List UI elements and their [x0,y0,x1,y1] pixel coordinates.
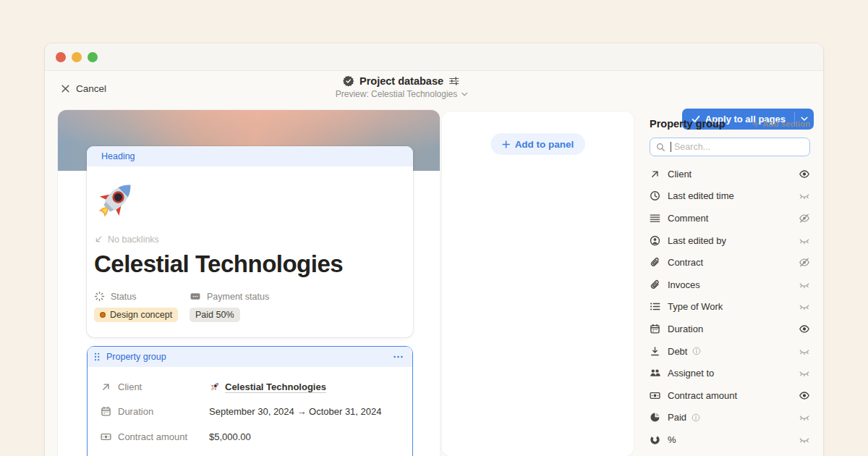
row-value[interactable]: September 30, 2024 → October 31, 2024 [209,406,382,417]
arrow-up-right-icon [650,169,660,180]
sidebar-item-contract[interactable]: Contract [650,251,810,274]
row-label: Contract amount [118,431,187,442]
drag-handle-icon[interactable] [93,352,101,362]
text-cursor [671,142,671,152]
heading-section-label: Heading [101,151,135,161]
close-traffic-light-icon[interactable] [56,52,66,62]
paperclip-icon [650,257,660,268]
page-property-status[interactable]: Status Design concept [94,291,190,322]
layout-settings-icon[interactable] [448,75,460,87]
sidebar-item-assignet-to[interactable]: Assignet to [650,362,810,384]
eye-closed-icon[interactable] [799,235,810,246]
sidebar-item-label: Invoces [668,279,700,290]
eye-closed-icon[interactable] [799,346,810,357]
eye-closed-icon[interactable] [799,190,810,201]
add-to-panel-button[interactable]: Add to panel [490,133,586,155]
status-dot-icon [100,312,106,318]
eye-icon[interactable] [799,390,810,401]
eye-icon[interactable] [799,324,810,334]
sidebar-item-type-of-work[interactable]: Type of Work [650,296,810,318]
add-section-label: Add section [762,119,810,128]
arrow-down-left-icon [94,235,103,244]
rocket-page-icon[interactable] [93,177,139,223]
sidebar-item-contract-amount[interactable]: Contract amount [650,384,810,407]
close-icon [61,84,70,93]
window-titlebar [45,43,823,71]
backlinks-indicator[interactable]: No backlinks [94,235,406,245]
rocket-icon [209,381,221,392]
sidebar-item-label: % [668,434,676,445]
sidebar-item-debt[interactable]: Debt [650,340,810,363]
sidebar-item-label: Last edited time [668,190,734,201]
sidebar-item-label: Last edited by [668,235,726,246]
page-title: Celestial Technologies [94,250,406,278]
page-properties: Status Design conceptPayment status Paid… [94,291,406,322]
group-row-contract[interactable]: Contract Empty [88,449,412,456]
plus-icon [502,140,510,148]
sidebar-item-paid[interactable]: Paid [650,407,810,429]
minimize-traffic-light-icon[interactable] [72,52,82,62]
search-input[interactable]: Search... [650,138,810,156]
heading-section[interactable]: Heading No backlinks Celestial Technolog… [87,146,413,337]
person-circle-icon [650,235,660,246]
search-placeholder: Search... [674,142,710,152]
zoom-traffic-light-icon[interactable] [88,52,98,62]
sidebar-item-label: Paid [668,412,686,423]
sidebar-item-duration[interactable]: Duration [650,318,810,340]
sidebar-item-invoces[interactable]: Invoces [650,274,810,296]
eye-closed-icon[interactable] [799,301,810,312]
property-value-badge[interactable]: Paid 50% [190,308,240,322]
sidebar-item-label: Assignet to [668,368,714,379]
row-label: Client [118,381,142,392]
row-value-text: Celestial Technologies [225,381,326,392]
eye-icon[interactable] [799,169,810,180]
bulleted-list-icon [650,301,660,312]
database-title: Project database [359,75,443,87]
eye-closed-icon[interactable] [799,368,810,379]
sidebar-item-label: Duration [668,324,703,334]
property-group-section[interactable]: Property group Client Celestial Technolo… [87,346,413,456]
group-row-contract-amount[interactable]: Contract amount $5,000.00 [88,424,412,449]
badge-label: Design concept [110,310,172,320]
sidebar-item-last-edited-time[interactable]: Last edited time [650,185,810,208]
backlinks-label: No backlinks [108,235,159,245]
add-section-button[interactable]: Add section [752,119,810,128]
sidebar-item-comment[interactable]: Comment [650,207,810,229]
calendar-icon [101,406,111,417]
info-icon[interactable] [692,413,700,422]
group-row-client[interactable]: Client Celestial Technologies [88,374,412,400]
people-icon [650,368,660,379]
sidebar-item-label: Client [668,169,692,180]
plus-icon [752,120,760,127]
eye-closed-icon[interactable] [799,279,810,290]
row-value[interactable]: $5,000.00 [209,431,251,442]
eye-closed-icon[interactable] [799,434,810,445]
cancel-button[interactable]: Cancel [61,83,106,94]
sidebar-item-client[interactable]: Client [650,163,810,185]
property-group-label: Property group [106,352,166,362]
preview-selector[interactable]: Preview: Celestial Technologies [336,89,468,99]
eye-crossed-icon[interactable] [799,213,810,224]
sidebar-item-last-edited-by[interactable]: Last edited by [650,229,810,252]
arrow-up-right-icon [101,381,111,392]
more-options-icon[interactable] [393,352,404,362]
page-property-payment-status[interactable]: Payment status Paid 50% [190,291,269,322]
clock-icon [650,190,660,201]
database-title-block: Project database Preview: Celestial Tech… [336,75,468,99]
eye-closed-icon[interactable] [799,412,810,423]
verified-badge-icon [343,75,354,87]
sidebar-item-%[interactable]: % [650,428,810,451]
property-value-badge[interactable]: Design concept [94,308,178,322]
eye-crossed-icon[interactable] [799,257,810,268]
sidebar-item-label: Debt [668,346,687,357]
row-value[interactable]: Celestial Technologies [209,381,326,392]
banknote-icon [650,390,660,401]
group-row-duration[interactable]: Duration September 30, 2024 → October 31… [88,400,412,425]
properties-sidebar: Property group Add section Search... Cli… [650,118,810,451]
calendar-icon [650,324,660,334]
editor-header: Cancel Project database Preview: Celesti… [45,71,823,110]
cancel-label: Cancel [76,83,106,94]
burst-icon [94,291,105,302]
info-icon[interactable] [692,347,701,355]
sidebar-item-label: Comment [668,213,708,224]
